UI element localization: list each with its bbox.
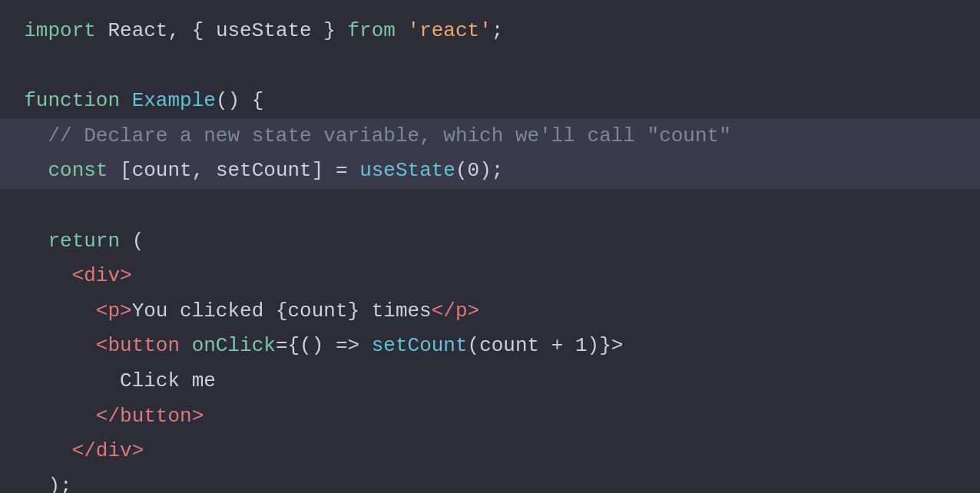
code-line bbox=[0, 49, 980, 84]
token: return bbox=[48, 230, 120, 253]
token: {count} bbox=[276, 299, 359, 323]
code-line: <button onClick={() => setCount(count + … bbox=[0, 329, 980, 364]
token bbox=[396, 19, 408, 42]
token: onClick bbox=[192, 334, 276, 357]
token: ; bbox=[492, 19, 504, 42]
token: => bbox=[336, 334, 359, 357]
token: () bbox=[300, 334, 336, 357]
token: 'react' bbox=[408, 19, 492, 42]
token: ] = bbox=[312, 159, 359, 182]
code-line: </div> bbox=[0, 434, 980, 469]
token: , bbox=[192, 159, 216, 182]
code-line: Click me bbox=[0, 364, 980, 399]
token: useState bbox=[216, 19, 312, 42]
code-line: <p>You clicked {count} times</p> bbox=[0, 294, 980, 329]
code-line: import React, { useState } from 'react'; bbox=[0, 14, 980, 49]
token: ( bbox=[120, 230, 144, 253]
token: ); bbox=[48, 475, 71, 493]
token: 0 bbox=[468, 159, 480, 182]
token: } bbox=[312, 19, 348, 42]
token bbox=[180, 334, 192, 357]
token: <div> bbox=[72, 264, 132, 287]
token: </button> bbox=[96, 405, 204, 428]
token: ( bbox=[455, 159, 468, 182]
token: () { bbox=[216, 89, 263, 112]
token: import bbox=[24, 19, 96, 42]
token bbox=[359, 334, 372, 357]
token: // Declare a new state variable, which w… bbox=[48, 124, 730, 147]
code-editor: import React, { useState } from 'react';… bbox=[0, 0, 980, 493]
code-line: <div> bbox=[0, 259, 980, 294]
code-line bbox=[0, 189, 980, 224]
token: times bbox=[359, 299, 432, 323]
token: useState bbox=[359, 159, 455, 182]
token: React, { bbox=[96, 19, 216, 42]
token: [ bbox=[108, 159, 131, 182]
token: <button bbox=[96, 334, 180, 357]
token: const bbox=[48, 159, 108, 182]
token: ={ bbox=[276, 334, 300, 357]
token: </div> bbox=[72, 439, 144, 462]
token: setCount bbox=[216, 159, 312, 182]
code-line: function Example() { bbox=[0, 84, 980, 119]
code-line: // Declare a new state variable, which w… bbox=[0, 119, 980, 154]
token: function bbox=[24, 89, 120, 112]
token: }> bbox=[599, 334, 623, 357]
token: <p> bbox=[96, 299, 132, 323]
code-line: const [count, setCount] = useState(0); bbox=[0, 154, 980, 189]
token: count bbox=[132, 159, 192, 182]
token: from bbox=[348, 19, 396, 42]
token: You clicked bbox=[132, 299, 276, 323]
token: (count + 1) bbox=[468, 334, 600, 357]
token: Example bbox=[132, 89, 216, 112]
token: </p> bbox=[432, 299, 479, 323]
code-line: </button> bbox=[0, 399, 980, 435]
token: setCount bbox=[372, 334, 468, 357]
code-line: return ( bbox=[0, 224, 980, 260]
token: ); bbox=[479, 159, 503, 182]
code-line: ); bbox=[0, 469, 980, 493]
token bbox=[120, 89, 132, 112]
token: Click me bbox=[120, 369, 216, 392]
